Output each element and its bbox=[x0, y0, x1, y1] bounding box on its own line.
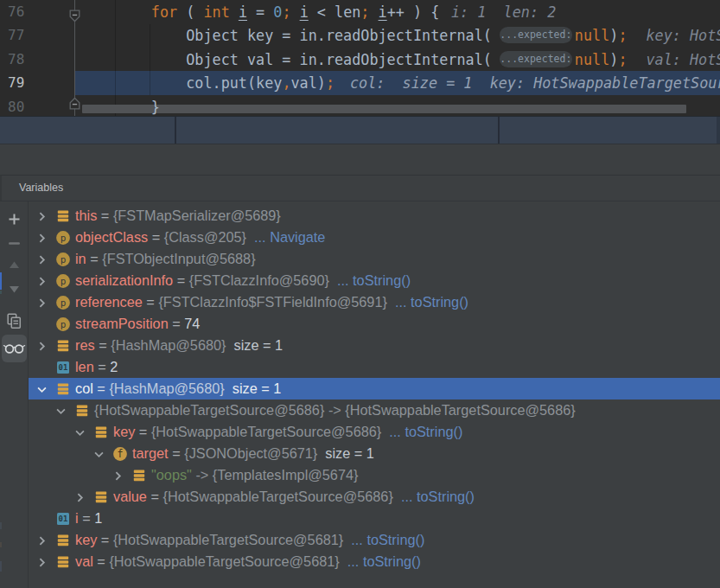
code-line-77[interactable]: Object key = in.readObjectInternal(...ex… bbox=[81, 23, 628, 48]
tree-row-text: {FSTClazzInfo@5690} bbox=[189, 272, 329, 288]
code-token: ; bbox=[326, 74, 335, 92]
tree-row-text: len bbox=[75, 359, 94, 374]
chevron-collapsed-icon[interactable] bbox=[36, 253, 48, 265]
left-stripe-mark bbox=[0, 561, 2, 572]
tree-row-text: = bbox=[169, 316, 185, 331]
parameter-hint-chip[interactable]: ...expected: bbox=[500, 51, 572, 67]
variables-tree-row[interactable]: pstreamPosition = 74 bbox=[29, 313, 720, 335]
chevron-collapsed-icon[interactable] bbox=[36, 232, 48, 243]
debug-toolbar-strip bbox=[0, 144, 720, 175]
variables-tree-row[interactable]: pobjectClass = {Class@205} ... Navigate bbox=[29, 227, 720, 248]
debug-toolwindow-header[interactable] bbox=[0, 116, 720, 144]
evaluate-link[interactable]: ... toString() bbox=[381, 424, 462, 439]
code-line-80[interactable]: } bbox=[81, 95, 160, 116]
tree-row-label: i = 1 bbox=[75, 508, 102, 529]
chevron-collapsed-icon[interactable] bbox=[74, 491, 86, 502]
value-icon bbox=[94, 490, 108, 504]
variables-tree-row[interactable]: 01i = 1 bbox=[29, 508, 720, 529]
code-token: ( bbox=[177, 3, 203, 21]
tree-row-label: in = {FSTObjectInput@5688} bbox=[75, 248, 256, 270]
parameter-hint-chip[interactable]: ...expected: bbox=[500, 27, 572, 43]
code-line-76[interactable]: for ( int i = 0; i < len; i++ ) { bbox=[81, 0, 439, 24]
chevron-collapsed-icon[interactable] bbox=[36, 210, 48, 221]
evaluate-link[interactable]: ... toString() bbox=[329, 272, 411, 288]
variables-tree-row[interactable]: preferencee = {FSTClazzInfo$FSTFieldInfo… bbox=[29, 291, 720, 313]
chevron-expanded-icon[interactable] bbox=[55, 405, 67, 416]
fold-start-marker-icon[interactable] bbox=[68, 10, 81, 22]
chevron-expanded-icon[interactable] bbox=[36, 383, 48, 394]
evaluate-link[interactable]: ... toString() bbox=[393, 489, 475, 504]
variables-tree-row[interactable]: ftarget = {JSONObject@5671} size = 1 bbox=[29, 443, 720, 464]
evaluate-link[interactable]: ... toString() bbox=[340, 553, 421, 569]
tree-row-text: 2 bbox=[110, 359, 118, 374]
tree-row-text: = bbox=[147, 489, 163, 504]
variables-tree-row[interactable]: this = {FSTMapSerializer@5689} bbox=[29, 205, 720, 227]
evaluate-link[interactable]: ... toString() bbox=[343, 532, 424, 547]
variables-tree-row[interactable]: pserializationInfo = {FSTClazzInfo@5690}… bbox=[29, 270, 720, 291]
remove-watch-icon[interactable] bbox=[0, 237, 29, 250]
ide-debugger-window: 7677787980 for ( int i = 0; i < len; i++… bbox=[0, 0, 720, 588]
tree-row-text: = bbox=[97, 208, 113, 223]
tree-row-label: res = {HashMap@5680} size = 1 bbox=[75, 335, 283, 356]
tree-row-label: key = {HotSwappableTargetSource@5686} ..… bbox=[113, 421, 462, 443]
line-number[interactable]: 79 bbox=[8, 71, 24, 95]
chevron-collapsed-icon[interactable] bbox=[112, 470, 124, 481]
line-number[interactable]: 78 bbox=[8, 48, 24, 72]
variables-tree-row[interactable]: pin = {FSTObjectInput@5688} bbox=[29, 248, 720, 270]
show-watches-icon[interactable] bbox=[0, 342, 29, 355]
code-token: null bbox=[575, 51, 609, 68]
variables-tree[interactable]: this = {FSTMapSerializer@5689}pobjectCla… bbox=[29, 201, 720, 588]
chevron-collapsed-icon[interactable] bbox=[36, 275, 48, 286]
add-watch-icon[interactable] bbox=[0, 213, 29, 226]
code-line-78[interactable]: Object val = in.readObjectInternal(...ex… bbox=[81, 48, 628, 72]
chevron-collapsed-icon[interactable] bbox=[36, 556, 48, 567]
header-separator bbox=[175, 117, 176, 144]
chevron-expanded-icon[interactable] bbox=[74, 426, 86, 438]
variables-tree-row[interactable]: res = {HashMap@5680} size = 1 bbox=[29, 335, 720, 356]
line-number[interactable]: 77 bbox=[8, 23, 24, 48]
code-token: = bbox=[247, 3, 273, 21]
chevron-collapsed-icon[interactable] bbox=[36, 297, 48, 308]
code-token: , bbox=[282, 74, 290, 92]
chevron-expanded-icon[interactable] bbox=[93, 448, 105, 459]
chevron-collapsed-icon[interactable] bbox=[36, 534, 48, 546]
code-line-79[interactable]: col.put(key,val); bbox=[81, 71, 335, 95]
tree-row-text: = bbox=[93, 553, 110, 569]
code-editor[interactable]: 7677787980 for ( int i = 0; i < len; i++… bbox=[0, 0, 720, 116]
tree-row-text: 74 bbox=[184, 316, 200, 331]
inline-debugger-value: col: size = 1 key: HotSwappableTargetSou… bbox=[350, 71, 720, 95]
tree-row-text: col bbox=[75, 380, 93, 396]
evaluate-link[interactable]: ... toString() bbox=[387, 294, 468, 310]
code-token: } bbox=[81, 99, 160, 116]
evaluate-link[interactable]: ... Navigate bbox=[246, 229, 325, 245]
tree-row-text: target bbox=[132, 445, 169, 461]
tree-row-text: {Class@205} bbox=[164, 229, 246, 245]
tree-row-text: {FSTClazzInfo$FSTFieldInfo@5691} bbox=[158, 294, 387, 310]
chevron-collapsed-icon[interactable] bbox=[36, 340, 48, 351]
svg-text:01: 01 bbox=[58, 514, 67, 523]
line-number[interactable]: 76 bbox=[8, 0, 24, 24]
variables-tree-row[interactable]: key = {HotSwappableTargetSource@5681} ..… bbox=[29, 529, 720, 551]
left-stripe-indicator bbox=[0, 272, 2, 290]
variables-tree-row[interactable]: {HotSwappableTargetSource@5686} -> {HotS… bbox=[29, 399, 720, 421]
move-up-icon[interactable] bbox=[0, 259, 29, 272]
variables-panel-header: Variables bbox=[0, 175, 720, 201]
horizontal-scrollbar[interactable] bbox=[82, 105, 686, 113]
variables-tree-row[interactable]: "oops" -> {TemplatesImpl@5674} bbox=[29, 464, 720, 486]
move-down-icon[interactable] bbox=[0, 283, 29, 296]
line-number[interactable]: 80 bbox=[8, 95, 24, 116]
tree-row-text: {HashMap@5680} bbox=[111, 337, 226, 353]
tree-row-label: serializationInfo = {FSTClazzInfo@5690} … bbox=[75, 270, 411, 291]
code-token bbox=[291, 3, 300, 21]
tree-row-text: referencee bbox=[75, 294, 143, 310]
duplicate-icon[interactable] bbox=[0, 313, 29, 329]
variables-tree-row[interactable]: 01len = 2 bbox=[29, 356, 720, 378]
variables-tree-row[interactable]: col = {HashMap@5680} size = 1 bbox=[29, 378, 720, 399]
fold-end-marker-icon[interactable] bbox=[68, 97, 81, 110]
variables-tree-row[interactable]: value = {HotSwappableTargetSource@5686} … bbox=[29, 486, 720, 508]
variables-tree-row[interactable]: val = {HotSwappableTargetSource@5681} ..… bbox=[29, 551, 720, 572]
svg-text:p: p bbox=[60, 318, 66, 329]
variables-tree-row[interactable]: key = {HotSwappableTargetSource@5686} ..… bbox=[29, 421, 720, 443]
tree-row-text: value bbox=[113, 489, 147, 504]
tree-row-text: = bbox=[94, 359, 111, 374]
